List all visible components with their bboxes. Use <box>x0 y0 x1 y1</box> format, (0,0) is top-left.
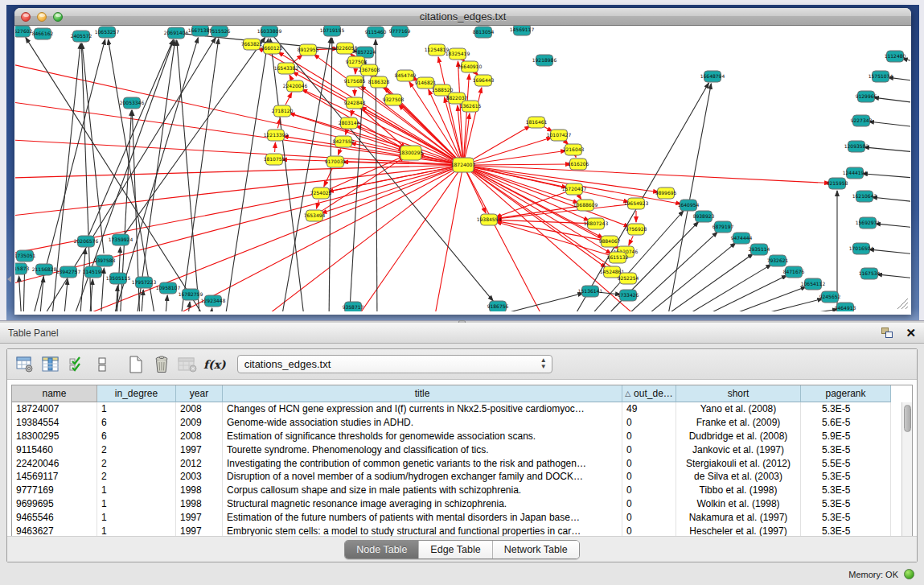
graph-node[interactable]: 2405572 <box>71 31 92 42</box>
column-header-indegree[interactable]: in_degree <box>97 385 176 402</box>
cell-title[interactable]: Genome-wide association studies in ADHD. <box>223 416 622 430</box>
cell-pagerank[interactable]: 5.9E-5 <box>801 430 891 443</box>
graph-node[interactable]: 9129966 <box>856 91 877 102</box>
citation-graph[interactable]: 1527602846616224055721065325720691406166… <box>15 26 910 311</box>
graph-node[interactable]: 15692971 <box>856 217 881 229</box>
citation-edge-black[interactable] <box>165 295 167 311</box>
citation-edge-red[interactable] <box>466 171 546 311</box>
graph-node[interactable]: 15751074 <box>869 71 893 82</box>
graph-node[interactable]: 1112480 <box>885 51 906 62</box>
cell-pagerank[interactable]: 5.3E-5 <box>801 402 891 416</box>
graph-node[interactable]: 8471676 <box>783 266 805 278</box>
graph-node[interactable]: 1640954 <box>678 200 700 211</box>
cell-indegree[interactable]: 6 <box>97 430 176 443</box>
graph-node[interactable]: 8186328 <box>368 76 390 88</box>
citation-edge-black[interactable] <box>108 39 156 311</box>
table-vertical-scrollbar[interactable] <box>901 402 912 536</box>
cell-pagerank[interactable]: 5.3E-5 <box>801 524 891 537</box>
graph-node[interactable]: 7663822 <box>241 39 263 50</box>
table-row[interactable]: 1872400712008Changes of HCN gene express… <box>12 402 912 416</box>
graph-node[interactable]: 20206576 <box>74 236 99 247</box>
cell-pagerank[interactable]: 5.3E-5 <box>801 470 891 484</box>
graph-node[interactable]: 16640910 <box>458 61 483 72</box>
cell-outde[interactable]: 0 <box>622 524 676 537</box>
cell-short[interactable]: Hescheler et al. (1997) <box>676 524 801 537</box>
citation-edge-black[interactable] <box>270 39 305 311</box>
citation-edge-red[interactable] <box>316 200 318 209</box>
citation-edge-red[interactable] <box>470 138 552 163</box>
graph-node[interactable]: 9245652 <box>819 291 841 303</box>
graph-node[interactable]: 7254025 <box>310 187 332 199</box>
cell-name[interactable]: 22420046 <box>12 456 97 470</box>
graph-node[interactable]: 9227343 <box>851 115 873 126</box>
graph-node[interactable]: 14569117 <box>510 26 535 35</box>
collapse-arrow-icon[interactable] <box>7 276 11 282</box>
citation-edge-red[interactable] <box>290 75 292 80</box>
graph-node[interactable]: 18325419 <box>446 48 470 60</box>
cell-indegree[interactable]: 1 <box>97 510 176 524</box>
cell-short[interactable]: de Silva et al. (2003) <box>676 470 801 484</box>
graph-node[interactable]: 9899695 <box>655 187 677 199</box>
cell-name[interactable]: 19384554 <box>12 416 97 430</box>
graph-node[interactable]: 2216043 <box>563 144 585 155</box>
graph-node[interactable]: 7932621 <box>767 255 789 266</box>
graph-node[interactable]: 15136141 <box>578 286 603 297</box>
cell-outde[interactable]: 0 <box>622 430 676 443</box>
cell-short[interactable]: Dudbridge et al. (2008) <box>676 430 801 443</box>
graph-node[interactable]: 8813054 <box>473 27 495 38</box>
citation-edge-red[interactable] <box>15 166 456 219</box>
citation-edge-red[interactable] <box>160 168 457 311</box>
citation-edge-red[interactable] <box>470 165 830 183</box>
citation-edge-red[interactable] <box>275 142 276 152</box>
table-selector-combobox[interactable]: citations_edges.txt ▲▼ <box>237 355 552 373</box>
network-canvas[interactable]: 1527602846616224055721065325720691406166… <box>15 26 910 311</box>
citation-edge-red[interactable] <box>292 55 302 64</box>
graph-node[interactable]: 1810755 <box>264 154 285 165</box>
table-row[interactable]: 911546021997Tourette syndrome. Phenomeno… <box>12 443 912 456</box>
graph-node[interactable]: 1145194 <box>83 266 105 278</box>
graph-node[interactable]: 9242848 <box>344 97 366 109</box>
cell-pagerank[interactable]: 5.3E-5 <box>801 510 891 524</box>
graph-node[interactable]: 13942757 <box>56 266 81 278</box>
table-row[interactable]: 977716911998Corpus callosum shape and si… <box>12 484 912 497</box>
trash-button[interactable] <box>150 353 173 376</box>
graph-node[interactable]: 9170031 <box>325 156 347 167</box>
graph-node[interactable]: 10654112 <box>801 278 826 290</box>
graph-node[interactable]: 9756928 <box>626 224 647 235</box>
table-mode-button[interactable] <box>14 353 36 376</box>
cell-indegree[interactable]: 2 <box>97 443 176 456</box>
citation-edge-red[interactable] <box>285 93 292 105</box>
graph-node[interactable]: 16033809 <box>257 26 282 37</box>
cell-short[interactable]: Nakamura et al. (1997) <box>676 510 801 524</box>
graph-node[interactable]: 12923448 <box>201 295 226 307</box>
graph-node[interactable]: 17016504 <box>849 243 874 254</box>
close-panel-icon[interactable]: ✕ <box>906 328 916 339</box>
graph-node[interactable]: 9175685 <box>344 76 366 87</box>
graph-node[interactable]: 8912955 <box>298 44 319 56</box>
citation-edge-red[interactable] <box>15 167 456 291</box>
cell-outde[interactable]: 0 <box>622 416 676 430</box>
show-columns-button[interactable] <box>39 353 62 376</box>
cell-name[interactable]: 18300295 <box>12 430 97 443</box>
memory-status-icon[interactable] <box>904 569 914 579</box>
graph-node[interactable]: 2718120 <box>272 105 294 117</box>
citation-edge-black[interactable] <box>872 197 910 203</box>
cell-name[interactable]: 9465546 <box>12 510 97 524</box>
graph-node[interactable]: 9884067 <box>599 236 621 247</box>
graph-node[interactable]: 10107427 <box>547 130 572 141</box>
graph-node[interactable]: 9464913 <box>835 303 856 311</box>
cell-short[interactable]: Stergiakouli et al. (2012) <box>676 456 801 470</box>
tab-edge-table[interactable]: Edge Table <box>419 541 492 558</box>
graph-node[interactable]: 1527602 <box>15 26 33 37</box>
cell-name[interactable]: 9777169 <box>12 484 97 497</box>
table-row[interactable]: 2242004622012Investigating the contribut… <box>12 456 912 470</box>
citation-edge-black[interactable] <box>689 275 787 311</box>
cell-outde[interactable]: 0 <box>622 456 676 470</box>
graph-node[interactable]: 9777169 <box>389 26 411 37</box>
cell-year[interactable]: 2003 <box>176 470 223 484</box>
graph-node[interactable]: 18724007 <box>451 158 476 172</box>
scrollbar-thumb[interactable] <box>904 405 911 432</box>
cell-year[interactable]: 2008 <box>176 430 223 443</box>
citation-edge-red[interactable] <box>496 220 589 223</box>
citation-edge-red[interactable] <box>433 172 462 311</box>
